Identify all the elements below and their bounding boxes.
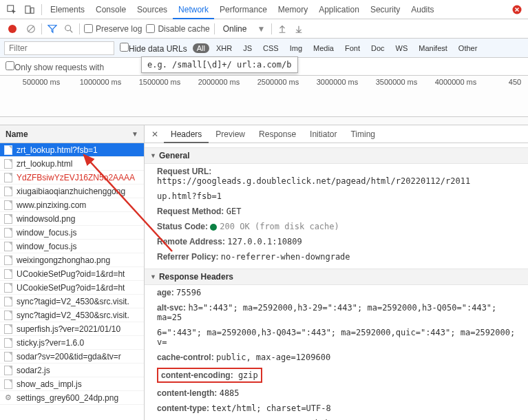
download-icon[interactable] — [293, 24, 305, 34]
response-header-row: cache-control: public, max-age=1209600 — [145, 350, 528, 365]
response-header-row: cross-origin-resource-policy: cross-orig… — [145, 416, 528, 420]
tab-network[interactable]: Network — [173, 0, 214, 19]
request-row[interactable]: www.pinzixing.com — [0, 198, 144, 212]
file-icon — [4, 200, 12, 210]
name-column-header[interactable]: Name▼ — [0, 125, 144, 143]
only-blocked-checkbox[interactable]: Only show requests with — [6, 61, 104, 72]
close-devtools-icon[interactable] — [509, 1, 525, 18]
request-name: sticky.js?ver=1.6.0 — [17, 338, 84, 348]
tab-memory[interactable]: Memory — [273, 0, 313, 19]
file-icon — [4, 269, 12, 279]
tab-security[interactable]: Security — [365, 0, 405, 19]
request-row[interactable]: zrt_lookup.html — [0, 157, 144, 171]
filter-chip-js[interactable]: JS — [239, 43, 256, 53]
request-row[interactable]: window_focus.js — [0, 240, 144, 253]
response-header-row: content-type: text/html; charset=UTF-8 — [145, 401, 528, 416]
svg-line-5 — [28, 25, 34, 32]
file-icon — [4, 311, 12, 320]
filter-chip-manifest[interactable]: Manifest — [414, 43, 452, 53]
request-name: window_focus.js — [17, 242, 76, 251]
request-row[interactable]: superfish.js?ver=2021/01/10 — [0, 322, 144, 336]
response-header-row: age: 75596 — [145, 285, 528, 300]
svg-point-6 — [65, 25, 71, 30]
request-row[interactable]: sync?tagid=V2_4530&src.visit. — [0, 308, 144, 322]
filter-input[interactable] — [4, 41, 114, 55]
file-icon — [4, 228, 12, 238]
general-section-header[interactable]: ▼General — [145, 147, 528, 164]
remote-address-row: Remote Address: 127.0.0.1:10809 — [145, 234, 528, 249]
request-row[interactable]: window_focus.js — [0, 226, 144, 240]
details-tab-preview[interactable]: Preview — [209, 125, 252, 143]
inspect-icon[interactable] — [3, 1, 21, 19]
response-header-row: alt-svc: h3=":443"; ma=2592000,h3-29=":4… — [145, 300, 528, 325]
tab-performance[interactable]: Performance — [214, 0, 273, 19]
upload-icon[interactable] — [276, 24, 288, 34]
file-icon — [4, 242, 12, 251]
timeline-tick: 2000000 ms — [198, 78, 240, 86]
response-headers-section-header[interactable]: ▼Response Headers — [145, 269, 528, 285]
filter-chip-css[interactable]: CSS — [259, 43, 283, 53]
type-filters: AllXHRJSCSSImgMediaFontDocWSManifestOthe… — [193, 43, 482, 53]
details-tab-initiator[interactable]: Initiator — [303, 125, 344, 143]
request-row[interactable]: windowsold.png — [0, 212, 144, 226]
preserve-log-checkbox[interactable]: Preserve log — [84, 24, 142, 34]
request-row[interactable]: YdZFBsiwYzEVJ16ZN5o2AAAA — [0, 171, 144, 185]
throttle-dropdown-icon[interactable]: ▼ — [255, 24, 267, 34]
request-name: weixingongzhonghao.png — [17, 255, 110, 265]
request-row[interactable]: sync?tagid=V2_4530&src.visit. — [0, 295, 144, 308]
tab-elements[interactable]: Elements — [45, 0, 90, 19]
tab-console[interactable]: Console — [90, 0, 131, 19]
tab-application[interactable]: Application — [313, 0, 365, 19]
tab-audits[interactable]: Audits — [405, 0, 439, 19]
details-tab-response[interactable]: Response — [252, 125, 303, 143]
request-name: www.pinzixing.com — [17, 200, 86, 210]
file-icon — [4, 187, 12, 196]
filter-chip-img[interactable]: Img — [286, 43, 306, 53]
filter-chip-doc[interactable]: Doc — [367, 43, 389, 53]
file-icon — [4, 338, 12, 348]
details-tab-timing[interactable]: Timing — [344, 125, 382, 143]
filter-chip-other[interactable]: Other — [454, 43, 482, 53]
request-row[interactable]: ⚙settings_grey600_24dp.png — [0, 391, 144, 405]
close-details-icon[interactable]: ✕ — [147, 129, 162, 139]
filter-icon[interactable] — [46, 24, 59, 34]
file-icon — [4, 173, 12, 182]
search-icon[interactable] — [63, 24, 75, 34]
device-toggle-icon[interactable] — [21, 1, 39, 19]
filter-tooltip: e.g. /small[\d]+/ url:a.com/b — [141, 56, 298, 73]
file-icon — [4, 255, 12, 265]
request-name: xiugaibiaoqianzhuichenggong — [17, 187, 125, 196]
filter-chip-ws[interactable]: WS — [392, 43, 412, 53]
request-name: show_ads_impl.js — [17, 379, 82, 389]
request-row[interactable]: sticky.js?ver=1.6.0 — [0, 336, 144, 350]
timeline-tick: 4000000 ms — [435, 78, 477, 86]
hide-data-urls-checkbox[interactable]: Hide data URLs — [120, 43, 187, 54]
request-name: sync?tagid=V2_4530&src.visit. — [17, 297, 129, 306]
filter-bar: Hide data URLs AllXHRJSCSSImgMediaFontDo… — [0, 39, 528, 58]
request-row[interactable]: weixingongzhonghao.png — [0, 253, 144, 267]
filter-chip-font[interactable]: Font — [341, 43, 364, 53]
filter-chip-media[interactable]: Media — [309, 43, 338, 53]
filter-chip-xhr[interactable]: XHR — [212, 43, 236, 53]
file-icon — [4, 283, 12, 293]
timeline-overview[interactable]: 500000 ms1000000 ms1500000 ms2000000 ms2… — [0, 76, 528, 117]
separator — [41, 4, 42, 15]
file-icon — [4, 145, 12, 155]
filter-chip-all[interactable]: All — [193, 43, 209, 53]
tab-sources[interactable]: Sources — [131, 0, 173, 19]
request-row[interactable]: zrt_lookup.html?fsb=1 — [0, 143, 144, 157]
disable-cache-checkbox[interactable]: Disable cache — [146, 24, 209, 34]
clear-icon[interactable] — [25, 24, 37, 34]
request-row[interactable]: UCookieSetPug?oid=1&rd=ht — [0, 267, 144, 281]
details-content: ▼General Request URL: https://googleads.… — [145, 143, 528, 420]
request-row[interactable]: sodar?sv=200&tid=gda&tv=r — [0, 350, 144, 364]
throttle-select[interactable]: Online — [219, 23, 251, 35]
request-name: UCookieSetPug?oid=1&rd=ht — [17, 269, 125, 279]
request-row[interactable]: show_ads_impl.js — [0, 377, 144, 391]
request-row[interactable]: UCookieSetPug?oid=1&rd=ht — [0, 281, 144, 295]
request-row[interactable]: xiugaibiaoqianzhuichenggong — [0, 185, 144, 198]
record-button[interactable] — [8, 25, 17, 33]
request-list-panel: Name▼ zrt_lookup.html?fsb=1zrt_lookup.ht… — [0, 125, 145, 420]
request-row[interactable]: sodar2.js — [0, 364, 144, 377]
details-tab-headers[interactable]: Headers — [164, 125, 209, 143]
